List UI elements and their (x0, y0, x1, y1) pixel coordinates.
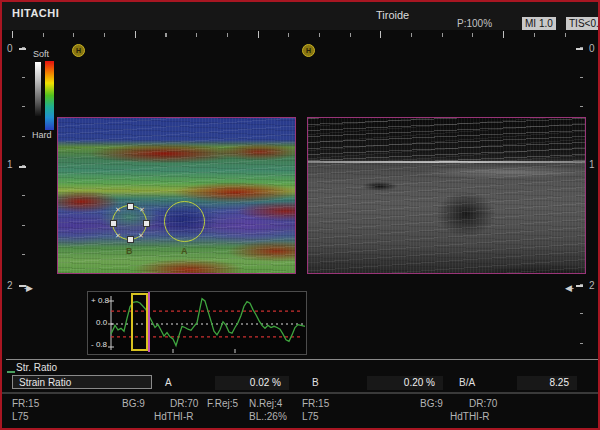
roi-b-handle[interactable] (110, 220, 117, 227)
roi-b-label: B (126, 246, 133, 256)
bmode-image[interactable] (307, 117, 586, 274)
status-thi-left: HdTHI-R (154, 411, 193, 422)
roi-b-handle[interactable]: ✕ (115, 206, 121, 213)
active-measure-indicator (7, 371, 15, 373)
strain-graph-plot (88, 292, 306, 354)
gray-scale-bar (35, 62, 41, 116)
elasto-scale-soft-label: Soft (33, 49, 49, 59)
exam-title: Tiroide (376, 9, 409, 21)
status-dr-right: DR:70 (469, 398, 497, 409)
acoustic-power: P:100% (457, 18, 492, 29)
roi-circle-b[interactable]: ✕ ✕ ✕ ✕ (112, 205, 147, 240)
roi-b-handle[interactable] (143, 220, 150, 227)
selected-frame-marker[interactable] (131, 293, 148, 351)
probe-orientation-icon-right: H (302, 44, 315, 57)
strain-ratio-row-label[interactable]: Strain Ratio (12, 375, 152, 389)
measure-b-value: 0.20 % (367, 376, 443, 390)
measure-a-label: A (165, 377, 172, 388)
right-focus-marker-icon: ◀- (565, 283, 573, 293)
mi-indicator: MI 1.0 (522, 17, 556, 30)
strain-ratio-header: Str. Ratio (16, 362, 57, 373)
roi-b-handle[interactable] (127, 203, 134, 210)
tis-indicator: TIS<0.4 (566, 17, 600, 30)
roi-circle-a[interactable] (164, 201, 205, 242)
ultrasound-screen: HITACHI Tiroide P:100% MI 1.0 TIS<0.4 0 … (0, 0, 600, 430)
elastography-image[interactable]: ✕ ✕ ✕ ✕ B A (57, 117, 296, 274)
status-frame-reject: F.Rej:5 (207, 398, 238, 409)
status-probe-right: L75 (302, 411, 319, 422)
left-ruler-label-2: 2 (7, 280, 13, 291)
left-ruler-major-ticks (19, 48, 26, 288)
measure-b-label: B (312, 377, 319, 388)
status-bg-left: BG:9 (122, 398, 145, 409)
measure-a-value: 0.02 % (215, 376, 289, 390)
frame-cursor-line[interactable] (148, 292, 150, 352)
status-noise-reject: N.Rej:4 (249, 398, 282, 409)
status-bg-right: BG:9 (420, 398, 443, 409)
status-frame-rate-right: FR:15 (302, 398, 329, 409)
left-ruler-label-0: 0 (7, 43, 13, 54)
elasto-scale-hard-label: Hard (32, 130, 52, 140)
roi-a-label: A (181, 246, 188, 256)
probe-orientation-icon-left: H (72, 44, 85, 57)
roi-b-handle[interactable] (127, 236, 134, 243)
left-ruler-label-1: 1 (7, 159, 13, 170)
roi-b-handle[interactable]: ✕ (138, 232, 144, 239)
status-probe-left: L75 (12, 411, 29, 422)
table-top-divider (6, 359, 598, 360)
status-thi-right: HdTHI-R (450, 411, 489, 422)
right-ruler-label-1: 1 (589, 159, 595, 170)
elastography-speckle-texture (58, 118, 295, 273)
elasticity-color-bar (45, 61, 54, 130)
roi-b-handle[interactable]: ✕ (139, 206, 145, 213)
header-bar: HITACHI Tiroide P:100% MI 1.0 TIS<0.4 (2, 2, 598, 30)
strain-graph-panel: + 0.8 0.0 - 0.8 (87, 291, 307, 355)
table-bottom-divider (2, 392, 600, 394)
roi-b-handle[interactable]: ✕ (115, 232, 121, 239)
measure-ba-label: B/A (459, 377, 475, 388)
left-focus-marker-icon: -▶ (24, 283, 32, 293)
brand-logo: HITACHI (12, 7, 59, 19)
measure-ba-value: 8.25 (517, 376, 577, 390)
status-frame-rate-left: FR:15 (12, 398, 39, 409)
right-ruler-label-0: 0 (589, 43, 595, 54)
status-dr-left: DR:70 (170, 398, 198, 409)
bmode-speckle-texture (308, 118, 585, 273)
top-ruler-major-ticks (12, 31, 594, 38)
status-baseline: BL.:26% (249, 411, 287, 422)
right-ruler-label-2: 2 (589, 280, 595, 291)
